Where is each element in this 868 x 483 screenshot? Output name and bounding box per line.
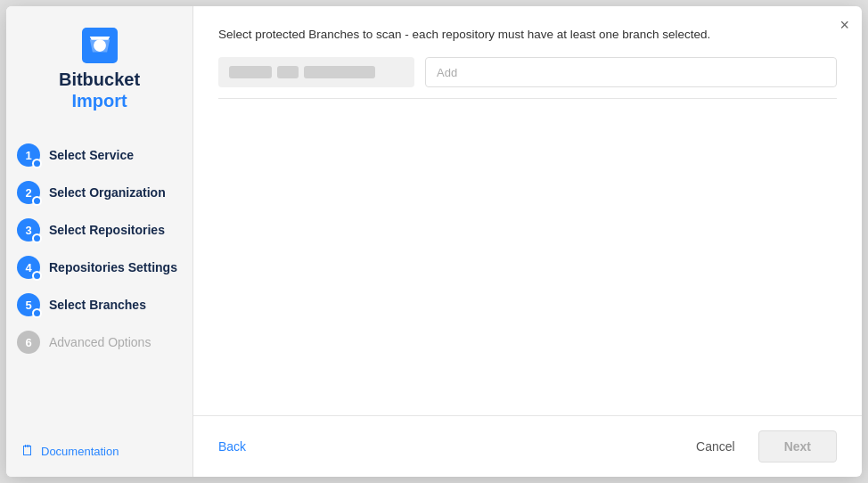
step-check-5 (32, 308, 42, 318)
step-label-2: Select Organization (49, 185, 166, 200)
bitbucket-icon (82, 28, 118, 63)
footer-left: Back (218, 432, 246, 461)
footer-right: Cancel Next (684, 430, 837, 463)
next-button[interactable]: Next (758, 430, 837, 463)
step-circle-4: 4 (17, 256, 40, 279)
branch-tags (218, 57, 414, 87)
sidebar-item-repositories-settings[interactable]: 4 Repositories Settings (6, 249, 192, 286)
cancel-button[interactable]: Cancel (684, 432, 748, 461)
close-button[interactable]: × (839, 17, 849, 33)
branch-tag-placeholder-1 (229, 66, 272, 78)
step-circle-1: 1 (17, 143, 40, 167)
sidebar-steps: 1 Select Service 2 Select Organization 3 (6, 127, 192, 443)
step-label-6: Advanced Options (49, 335, 151, 349)
step-circle-2: 2 (17, 181, 40, 204)
step-label-4: Repositories Settings (49, 260, 177, 274)
modal: × Bitbucket Import 1 Select Service (6, 6, 862, 477)
add-branch-input[interactable] (425, 57, 837, 87)
instruction-text: Select protected Branches to scan - each… (218, 28, 837, 41)
sidebar-item-select-organization[interactable]: 2 Select Organization (6, 174, 192, 211)
step-check-3 (32, 233, 42, 243)
sidebar-item-select-service[interactable]: 1 Select Service (6, 136, 192, 174)
sidebar-title-sub: Import (71, 90, 127, 111)
step-label-1: Select Service (49, 148, 134, 162)
step-check-4 (32, 271, 42, 281)
sidebar-item-advanced-options[interactable]: 6 Advanced Options (6, 323, 192, 361)
step-circle-5: 5 (17, 293, 40, 316)
branch-tag-placeholder-3 (304, 66, 375, 78)
sidebar-title-main: Bitbucket (59, 69, 140, 90)
main-body: Select protected Branches to scan - each… (193, 6, 862, 415)
modal-footer: Back Cancel Next (193, 415, 862, 477)
step-check-2 (32, 196, 42, 206)
branch-tag-placeholder-2 (277, 66, 299, 78)
step-circle-3: 3 (17, 218, 40, 242)
sidebar: Bitbucket Import 1 Select Service 2 Sele… (6, 6, 193, 477)
step-check-1 (32, 159, 42, 168)
documentation-link[interactable]: 🗒 Documentation (6, 443, 192, 459)
back-button[interactable]: Back (218, 432, 246, 461)
sidebar-logo: Bitbucket Import (6, 6, 192, 127)
step-circle-6: 6 (17, 331, 40, 354)
step-label-3: Select Repositories (49, 223, 165, 237)
sidebar-item-select-repositories[interactable]: 3 Select Repositories (6, 211, 192, 249)
step-label-5: Select Branches (49, 298, 146, 312)
documentation-icon: 🗒 (20, 443, 35, 459)
branch-divider (218, 98, 837, 99)
main-content: Select protected Branches to scan - each… (193, 6, 862, 477)
documentation-label: Documentation (41, 445, 119, 458)
branch-row (218, 57, 837, 87)
sidebar-item-select-branches[interactable]: 5 Select Branches (6, 286, 192, 323)
